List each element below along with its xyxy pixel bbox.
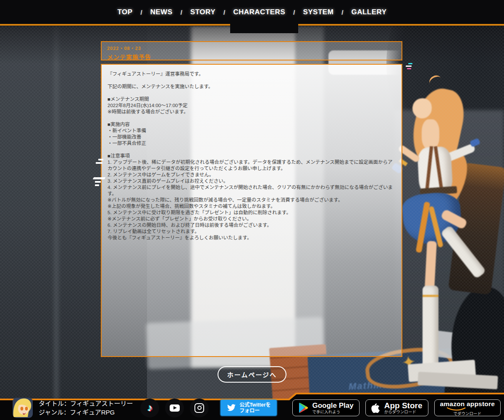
footer: タイトル：フィギュアストーリー ジャンル：フィギュアRPG ♪ 公式Twitte… [0, 390, 504, 420]
badge-subtitle: で手に入れよう [312, 410, 353, 414]
amazon-appstore-badge[interactable]: amazon appstore でダウンロード [434, 399, 501, 416]
app-info: タイトル：フィギュアストーリー ジャンル：フィギュアRPG [39, 399, 133, 417]
badge-name: Google Play [312, 402, 353, 410]
twitter-follow-button[interactable]: 公式Twitterを フォロー [220, 400, 277, 416]
home-page-button[interactable]: ホームページへ [218, 366, 286, 383]
nav-separator: / [141, 9, 142, 16]
background-pillar-edge [54, 26, 59, 400]
app-title: タイトル：フィギュアストーリー [39, 399, 133, 408]
amazon-smile-icon [447, 407, 466, 411]
app-store-badge[interactable]: App Store からダウンロード [365, 399, 428, 416]
instagram-icon [194, 403, 204, 413]
nav-separator: / [181, 9, 182, 16]
glitch-decoration-left-1 [96, 159, 103, 165]
nav-separator: / [293, 9, 295, 16]
nav-item-news[interactable]: NEWS [150, 8, 173, 16]
google-play-icon [298, 402, 308, 413]
notice-date: 2022・08・23 [107, 45, 402, 51]
figurine-torso-skin [422, 119, 439, 150]
badge-subtitle: からダウンロード [384, 410, 423, 414]
google-play-badge[interactable]: Google Play で手に入れよう [292, 399, 359, 416]
notice-body-panel: 『フィギュアストーリー』運営事務局です。 下記の期間に、メンテナンスを実施いたし… [101, 64, 402, 357]
main-nav: TOP / NEWS / STORY / CHARACTERS / SYSTEM… [0, 0, 504, 24]
tiktok-icon: ♪ [147, 402, 152, 414]
youtube-link[interactable] [165, 399, 184, 417]
app-genre: ジャンル：フィギュアRPG [39, 408, 133, 417]
nav-separator: / [341, 9, 343, 16]
instagram-link[interactable] [190, 399, 209, 417]
apple-icon [371, 402, 381, 413]
hero-background: NEWS Mathmatics ✦ [0, 26, 504, 400]
badge-subtitle: でダウンロード [454, 411, 482, 416]
nav-item-characters[interactable]: CHARACTERS [233, 8, 285, 16]
store-badges: Google Play で手に入れよう App Store からダウンロード a… [292, 399, 501, 416]
social-links: ♪ 公式Twitterを フォロー [140, 399, 277, 417]
twitter-button-label: 公式Twitterを フォロー [239, 402, 270, 414]
badge-name: App Store [384, 402, 423, 410]
glitch-decoration-left-2 [93, 177, 105, 188]
notice-body-text: 『フィギュアストーリー』運営事務局です。 下記の期間に、メンテナンスを実施いたし… [108, 71, 396, 241]
notice-header-panel: 2022・08・23 メンテ実施予告 [101, 41, 402, 60]
nav-item-top[interactable]: TOP [117, 8, 132, 16]
nav-item-system[interactable]: SYSTEM [303, 8, 333, 16]
nav-separator: / [223, 9, 225, 16]
top-navigation-bar: TOP / NEWS / STORY / CHARACTERS / SYSTEM… [0, 0, 504, 26]
youtube-icon [170, 404, 180, 412]
avatar [13, 398, 33, 418]
notice-title: メンテ実施予告 [107, 52, 402, 61]
nav-item-gallery[interactable]: GALLERY [351, 8, 386, 16]
nav-item-story[interactable]: STORY [190, 8, 215, 16]
figurine-face [412, 98, 432, 118]
glitch-decoration-right [406, 63, 412, 71]
tiktok-link[interactable]: ♪ [140, 399, 159, 417]
twitter-bird-icon [227, 404, 236, 412]
